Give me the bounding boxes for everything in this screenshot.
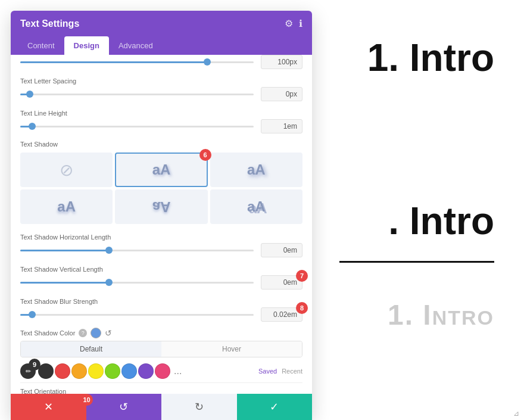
shadow-h-value: 0em: [261, 243, 302, 257]
shadow-v-value: 0em: [283, 278, 297, 287]
palette-saved-recent: Saved Recent: [258, 368, 302, 375]
default-tab[interactable]: Default: [21, 341, 161, 357]
shadow-text-2: aA: [152, 161, 171, 178]
default-hover-tabs: Default Hover: [20, 341, 302, 357]
badge-7: 7: [296, 270, 308, 282]
shadow-section-label: Text Shadow: [11, 137, 312, 150]
bg-intro-3: 1. Intro: [388, 298, 506, 331]
line-height-label: Text Line Height: [20, 110, 302, 117]
top-slider-value: 100px: [261, 55, 302, 69]
shadow-h-track: [20, 250, 254, 251]
top-slider-track: [20, 61, 254, 63]
panel-header-icons: ⚙ ℹ: [285, 18, 302, 29]
text-settings-panel: Text Settings ⚙ ℹ Content Design Advance…: [11, 11, 312, 418]
badge-8: 8: [296, 302, 308, 314]
top-slider-fill: [20, 61, 207, 63]
undo-button[interactable]: ↺: [86, 394, 162, 420]
letter-spacing-value: 0px: [261, 87, 302, 101]
color-dot-orange[interactable]: [71, 363, 87, 379]
line-height-thumb[interactable]: [29, 123, 36, 130]
shadow-cell-2[interactable]: 6 aA: [115, 153, 207, 187]
shadow-blur-track: [20, 314, 254, 316]
letter-spacing-label: Text Letter Spacing: [20, 77, 302, 85]
shadow-h-row: 0em: [20, 243, 302, 257]
shadow-blur-thumb[interactable]: [29, 311, 36, 318]
line-height-slider: [20, 120, 254, 132]
panel-title: Text Settings: [20, 18, 79, 29]
shadow-cell-4[interactable]: aA: [20, 189, 113, 224]
shadow-v-section: Text Shadow Vertical Length 7 0em: [11, 261, 312, 293]
color-dot-yellow[interactable]: [88, 363, 104, 379]
panel-body: 100px Text Letter Spacing 0px Text Line …: [11, 55, 312, 418]
tab-design[interactable]: Design: [64, 36, 109, 55]
shadow-v-thumb[interactable]: [105, 279, 113, 286]
help-icon[interactable]: ?: [79, 329, 87, 337]
letter-spacing-thumb[interactable]: [26, 91, 33, 98]
letter-spacing-row: 0px: [20, 87, 302, 101]
letter-spacing-track: [20, 94, 254, 95]
line-height-track: [20, 126, 254, 127]
color-dot-purple[interactable]: [138, 363, 154, 379]
shadow-cell-3[interactable]: aA: [210, 153, 302, 187]
shadow-blur-section: Text Shadow Blur Strength 8 0.02em: [11, 293, 312, 325]
shadow-blur-slider: [20, 309, 254, 321]
resize-handle-icon: ⊿: [513, 409, 523, 419]
line-height-value: 1em: [261, 119, 302, 133]
shadow-cell-5[interactable]: aA: [115, 189, 207, 224]
settings-icon[interactable]: ⚙: [285, 18, 293, 29]
shadow-h-label: Text Shadow Horizontal Length: [20, 234, 302, 241]
shadow-color-label: Text Shadow Color: [20, 329, 75, 337]
color-swatch-button[interactable]: [91, 328, 101, 338]
color-reset-icon[interactable]: ↺: [105, 328, 112, 338]
letter-spacing-section: Text Letter Spacing 0px: [11, 73, 312, 105]
shadow-v-label: Text Shadow Vertical Length: [20, 266, 302, 273]
bg-intro-1: 1. Intro: [367, 36, 506, 80]
shadow-v-row: 7 0em: [20, 275, 302, 290]
shadow-blur-value-wrapper: 8 0.02em: [261, 307, 302, 322]
color-dot-black[interactable]: [38, 363, 54, 379]
color-dot-blue[interactable]: [121, 363, 137, 379]
panel-tabs: Content Design Advanced: [11, 36, 312, 55]
shadow-text-5: aA: [152, 198, 171, 215]
top-slider-thumb[interactable]: [204, 58, 211, 66]
badge-9: 9: [29, 359, 40, 371]
color-dot-pink[interactable]: [155, 363, 170, 379]
palette-row: 9 ✏ ... Saved Recent: [11, 360, 312, 380]
shadow-blur-label: Text Shadow Blur Strength: [20, 298, 302, 305]
hover-tab[interactable]: Hover: [161, 341, 302, 357]
shadow-h-thumb[interactable]: [105, 247, 113, 254]
save-button[interactable]: ✓: [237, 394, 313, 420]
letter-spacing-slider: [20, 88, 254, 100]
line-height-section: Text Line Height 1em: [11, 105, 312, 137]
shadow-v-track: [20, 282, 254, 284]
badge-10: 10: [81, 394, 93, 406]
shadow-cell-6[interactable]: aA: [210, 189, 302, 224]
tab-content[interactable]: Content: [18, 36, 64, 55]
divider: [20, 382, 302, 383]
shadow-text-4: aA: [57, 198, 76, 215]
cancel-button[interactable]: ✕: [11, 394, 86, 420]
color-dot-green[interactable]: [105, 363, 120, 379]
palette-saved-btn[interactable]: Saved: [258, 368, 277, 375]
shadow-text-3: aA: [247, 161, 266, 178]
shadow-color-section: Text Shadow Color ? ↺ Default Hover: [11, 325, 312, 360]
shadow-badge-6: 6: [199, 149, 211, 161]
shadow-grid: ⊘ 6 aA aA aA aA aA: [11, 150, 312, 229]
panel-header: Text Settings ⚙ ℹ: [11, 11, 312, 36]
shadow-text-6: aA: [247, 198, 266, 215]
tab-advanced[interactable]: Advanced: [109, 36, 163, 55]
shadow-cell-none[interactable]: ⊘: [20, 153, 113, 187]
top-slider-row: 100px: [11, 55, 312, 73]
palette-more-dots[interactable]: ...: [171, 366, 184, 377]
color-dot-red[interactable]: [55, 363, 70, 379]
shadow-h-fill: [20, 250, 109, 251]
bg-intro-2: . Intro: [388, 199, 506, 243]
shadow-blur-row: 8 0.02em: [20, 307, 302, 322]
info-icon[interactable]: ℹ: [299, 18, 302, 29]
shadow-h-section: Text Shadow Horizontal Length 0em: [11, 229, 312, 261]
color-label-row: Text Shadow Color ? ↺: [20, 328, 302, 338]
redo-button[interactable]: ↻: [161, 394, 237, 420]
bg-divider: [339, 261, 494, 263]
palette-recent-btn[interactable]: Recent: [282, 368, 302, 375]
palette-edit-icon[interactable]: 9 ✏: [20, 363, 36, 379]
